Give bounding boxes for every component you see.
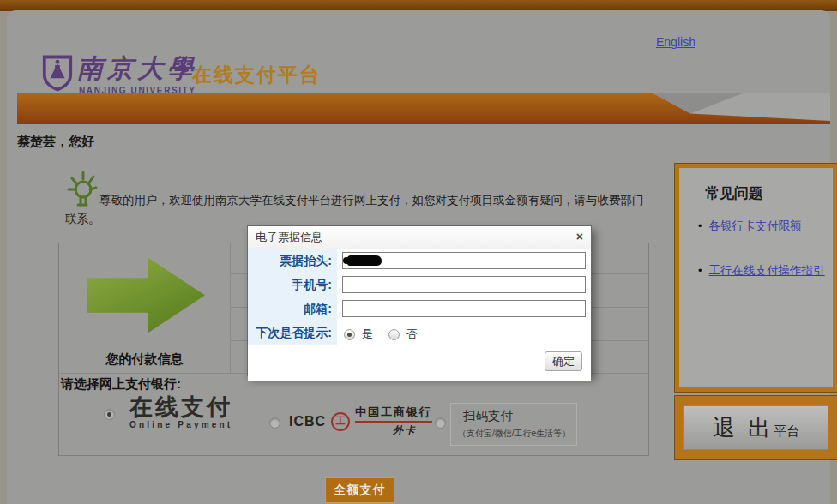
scan-pay-sublabel: （支付宝/微信/工行e生活等） — [451, 424, 576, 440]
remind-label: 下次是否提示: — [248, 321, 337, 345]
university-shield-icon — [41, 53, 74, 93]
faq-link-bank-limits[interactable]: 各银行卡支付限额 — [709, 219, 802, 234]
faq-link-icbc-guide[interactable]: 工行在线支付操作指引 — [709, 263, 825, 279]
close-icon[interactable]: × — [576, 230, 583, 243]
e-invoice-dialog: 电子票据信息 × 票据抬头: 手机号: 邮箱: 下次是否提示: 是 否 — [247, 225, 592, 376]
dialog-footer: 确定 — [248, 345, 591, 381]
university-name-cn: 南京大學 — [77, 51, 197, 87]
online-payment-logo[interactable]: 在线支付 Online Payment — [129, 396, 232, 429]
full-payment-button[interactable]: 全额支付 — [325, 477, 394, 503]
dialog-title: 电子票据信息 — [248, 226, 591, 249]
welcome-message: 尊敬的用户，欢迎使用南京大学在线支付平台进行网上支付，如您对支付项目或金额有疑问… — [65, 191, 648, 229]
dialog-header: 电子票据信息 × — [248, 226, 591, 249]
icbc-name-stack: 中国工商银行 外卡 — [355, 405, 432, 438]
icbc-radio[interactable] — [269, 417, 280, 429]
user-greeting: 蔡楚芸，您好 — [17, 134, 94, 150]
phone-row: 手机号: — [248, 273, 591, 297]
faq-title: 常见问题 — [705, 183, 833, 203]
remind-no-radio[interactable] — [388, 329, 400, 340]
payment-info-label: 您的付款信息 — [59, 351, 230, 368]
scan-pay-radio[interactable] — [435, 417, 446, 429]
icbc-name-cn: 中国工商银行 — [355, 405, 432, 423]
green-arrow-icon — [87, 254, 205, 337]
phone-input[interactable] — [342, 276, 586, 293]
online-payment-radio[interactable] — [104, 409, 115, 420]
confirm-button[interactable]: 确定 — [545, 351, 582, 371]
icbc-wordmark: ICBC — [289, 414, 326, 429]
email-row: 邮箱: — [248, 297, 591, 321]
platform-title: 在线支付平台 — [192, 62, 321, 88]
remind-yes-radio[interactable] — [344, 329, 355, 340]
nav-banner — [17, 93, 830, 124]
exit-panel: 退 出 平台 — [675, 396, 837, 459]
remind-yes-label: 是 — [362, 327, 373, 342]
payment-info-cell: 您的付款信息 — [59, 243, 231, 373]
exit-platform-button[interactable]: 退 出 平台 — [683, 405, 828, 450]
remind-no-label: 否 — [406, 327, 418, 342]
icbc-logo-icon: 工 — [331, 412, 350, 431]
bank-select-label: 请选择网上支付银行: — [61, 376, 181, 393]
payment-platform-page: English 南京大學 NANJING UNIVERSITY 在线支付平台 蔡… — [0, 0, 837, 504]
phone-label: 手机号: — [248, 273, 337, 297]
icbc-logo[interactable]: ICBC 工 中国工商银行 外卡 — [289, 405, 432, 438]
redacted-value — [347, 255, 382, 266]
email-input[interactable] — [342, 300, 586, 317]
scan-pay-label: 扫码支付 — [451, 404, 576, 424]
bullet-icon: • — [698, 219, 702, 234]
faq-panel: 常见问题 • 各银行卡支付限额 • 工行在线支付操作指引 — [675, 164, 837, 392]
invoice-title-row: 票据抬头: — [248, 249, 591, 273]
online-payment-logo-en: Online Payment — [129, 420, 232, 429]
invoice-title-label: 票据抬头: — [248, 249, 337, 273]
english-language-link[interactable]: English — [656, 35, 695, 49]
icbc-foreign-card-label: 外卡 — [355, 423, 432, 438]
remind-radio-group: 是 否 — [344, 327, 426, 342]
bullet-icon: • — [698, 263, 702, 279]
list-item: • 工行在线支付操作指引 — [698, 263, 833, 279]
list-item: • 各银行卡支付限额 — [698, 219, 833, 234]
scan-pay-option[interactable]: 扫码支付 （支付宝/微信/工行e生活等） — [450, 403, 577, 446]
exit-button-main-label: 退 出 — [713, 413, 774, 443]
exit-button-sub-label: 平台 — [774, 423, 799, 440]
email-label: 邮箱: — [248, 297, 337, 321]
remind-row: 下次是否提示: 是 否 — [248, 321, 591, 345]
faq-link-list: • 各银行卡支付限额 • 工行在线支付操作指引 — [698, 219, 833, 279]
online-payment-logo-cn: 在线支付 — [129, 396, 232, 419]
